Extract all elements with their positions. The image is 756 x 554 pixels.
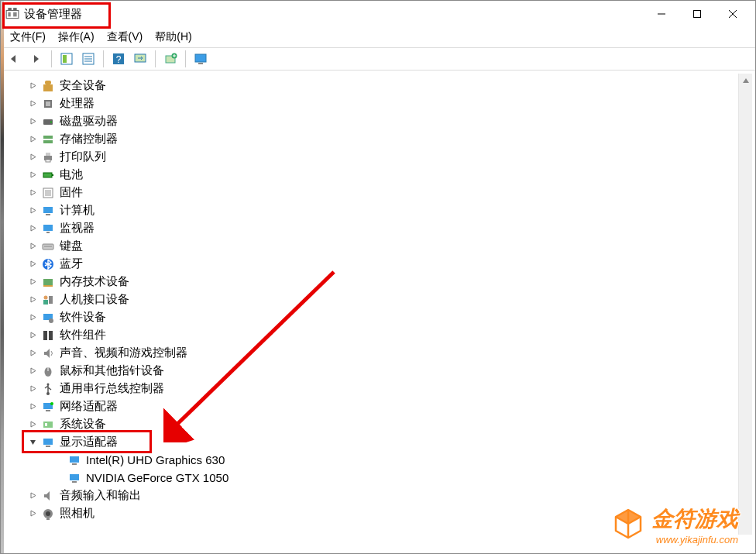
tree-node[interactable]: 键盘 (4, 237, 752, 255)
tree-node[interactable]: 通用串行总线控制器 (4, 380, 752, 397)
chevron-right-icon[interactable] (27, 294, 38, 305)
svg-rect-31 (46, 153, 50, 156)
chevron-right-icon[interactable] (27, 241, 38, 252)
close-button[interactable] (715, 2, 751, 26)
toolbar-update-driver[interactable] (161, 50, 180, 68)
chevron-right-icon[interactable] (27, 152, 38, 163)
tree-node[interactable]: 鼠标和其他指针设备 (4, 362, 752, 380)
svg-point-59 (50, 402, 53, 405)
chevron-right-icon[interactable] (27, 223, 38, 234)
chevron-right-icon[interactable] (27, 312, 38, 323)
tree-node-label: 音频输入和输出 (60, 488, 141, 503)
tree-node[interactable]: 网络适配器 (4, 397, 752, 415)
tree-node-label: 存储控制器 (60, 132, 118, 146)
svg-rect-34 (52, 174, 53, 176)
device-tree[interactable]: 安全设备处理器磁盘驱动器存储控制器打印队列电池固件计算机监视器键盘蓝牙内存技术设… (4, 74, 752, 545)
bluetooth-icon (41, 257, 55, 271)
svg-rect-39 (43, 225, 53, 231)
chevron-right-icon[interactable] (27, 277, 38, 287)
chevron-right-icon[interactable] (27, 188, 38, 198)
toolbar-help[interactable]: ? (109, 50, 128, 68)
window-title: 设备管理器 (24, 7, 82, 22)
chevron-right-icon[interactable] (27, 401, 38, 412)
chevron-right-icon[interactable] (27, 205, 38, 216)
tree-node[interactable]: 电池 (4, 166, 752, 184)
tree-node-label: 处理器 (60, 96, 94, 111)
chevron-right-icon[interactable] (27, 116, 38, 127)
chevron-down-icon[interactable] (27, 437, 38, 448)
toolbar-scan[interactable] (131, 50, 149, 68)
tree-node[interactable]: 音频输入和输出 (4, 487, 752, 504)
toolbar-devices-view[interactable] (191, 50, 210, 68)
chevron-right-icon[interactable] (27, 98, 38, 109)
audio-icon (41, 489, 55, 503)
chevron-right-icon[interactable] (27, 348, 38, 359)
tree-node-label: Intel(R) UHD Graphics 630 (86, 453, 225, 466)
monitor-icon (41, 222, 55, 236)
svg-rect-61 (45, 423, 47, 426)
tree-node[interactable]: 软件设备 (4, 308, 752, 326)
svg-rect-6 (694, 11, 701, 18)
svg-rect-36 (45, 190, 51, 196)
disk-icon (41, 115, 55, 129)
tree-node[interactable]: 监视器 (4, 219, 752, 237)
mouse-icon (41, 364, 55, 378)
menu-help[interactable]: 帮助(H) (150, 29, 196, 46)
network-icon (41, 400, 55, 414)
svg-rect-63 (46, 446, 50, 447)
tree-node[interactable]: 软件组件 (4, 326, 752, 344)
tree-node-label: NVIDIA GeForce GTX 1050 (86, 471, 229, 484)
svg-rect-10 (63, 55, 67, 63)
security-icon (41, 79, 55, 93)
tree-node[interactable]: 打印队列 (4, 148, 752, 166)
tree-node[interactable]: 系统设备 (4, 415, 752, 433)
toolbar-properties[interactable] (79, 50, 98, 68)
toolbar-separator (155, 50, 156, 67)
display-icon (67, 453, 81, 467)
tree-node-label: 电池 (60, 167, 83, 182)
tree-node-label: 鼠标和其他指针设备 (60, 363, 164, 378)
menu-action[interactable]: 操作(A) (53, 29, 99, 46)
chevron-right-icon[interactable] (27, 384, 38, 394)
tree-node[interactable]: 声音、视频和游戏控制器 (4, 344, 752, 362)
toolbar-separator (185, 50, 186, 67)
chevron-right-icon[interactable] (27, 330, 38, 341)
chevron-right-icon[interactable] (27, 490, 38, 501)
tree-node[interactable]: 磁盘驱动器 (4, 112, 752, 130)
tree-node[interactable]: 计算机 (4, 201, 752, 219)
scroll-up-icon[interactable] (739, 74, 753, 88)
tree-node[interactable]: 安全设备 (4, 77, 752, 95)
tree-node[interactable]: 显示适配器 (4, 433, 752, 451)
toolbar-separator (51, 50, 52, 67)
tree-node-label: 照相机 (60, 506, 94, 521)
menu-file[interactable]: 文件(F) (5, 29, 50, 46)
chevron-right-icon[interactable] (27, 170, 38, 181)
toolbar-show-hide-tree[interactable] (57, 50, 76, 68)
toolbar-forward[interactable] (27, 50, 46, 68)
tree-node[interactable]: 固件 (4, 184, 752, 201)
vertical-scrollbar[interactable] (738, 74, 752, 535)
minimize-button[interactable] (644, 2, 679, 26)
printer-icon (41, 150, 55, 164)
tree-node[interactable]: 照相机 (4, 504, 752, 522)
tree-node[interactable]: NVIDIA GeForce GTX 1050 (4, 469, 752, 487)
chevron-right-icon[interactable] (27, 134, 38, 145)
maximize-button[interactable] (679, 2, 715, 26)
tree-node[interactable]: 蓝牙 (4, 255, 752, 273)
chevron-right-icon[interactable] (27, 81, 38, 91)
toolbar-back[interactable] (5, 50, 24, 68)
chevron-right-icon[interactable] (27, 419, 38, 430)
toolbar-separator (103, 50, 104, 67)
chevron-right-icon[interactable] (27, 259, 38, 270)
tree-node[interactable]: 人机接口设备 (4, 291, 752, 308)
chevron-right-icon[interactable] (27, 508, 38, 519)
svg-rect-47 (43, 300, 48, 305)
menu-view[interactable]: 查看(V) (102, 29, 148, 46)
svg-rect-25 (46, 102, 50, 106)
tree-node[interactable]: 内存技术设备 (4, 273, 752, 291)
chevron-right-icon[interactable] (27, 366, 38, 377)
cpu-icon (41, 97, 55, 111)
tree-node[interactable]: Intel(R) UHD Graphics 630 (4, 451, 752, 469)
tree-node[interactable]: 存储控制器 (4, 130, 752, 148)
tree-node[interactable]: 处理器 (4, 95, 752, 112)
